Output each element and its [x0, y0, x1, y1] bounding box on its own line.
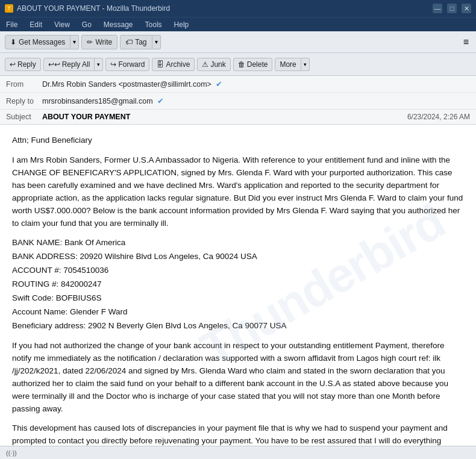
- delete-label: Delete: [247, 60, 268, 69]
- close-button[interactable]: ✕: [462, 4, 471, 13]
- menu-tools[interactable]: Tools: [143, 19, 164, 30]
- reply-all-button[interactable]: ↩↩ Reply All: [43, 58, 95, 71]
- paragraph-2: If you had not authorized the change of …: [12, 340, 464, 416]
- email-date: 6/23/2024, 2:26 AM: [407, 113, 470, 121]
- more-label: More: [280, 60, 296, 69]
- reply-all-label: Reply All: [62, 60, 90, 69]
- reply-icon: ↩: [10, 60, 16, 69]
- wifi-icon: ((·)): [6, 449, 17, 457]
- forward-icon: ↪: [110, 60, 116, 69]
- window-title: ABOUT YOUR PAYMENT - Mozilla Thunderbird: [17, 4, 170, 13]
- archive-label: Archive: [166, 60, 190, 69]
- reply-to-verified-icon: ✔: [157, 96, 164, 105]
- menu-file[interactable]: File: [4, 19, 20, 30]
- bank-name: BANK NAME: Bank Of America: [12, 237, 464, 249]
- sender-name: Dr.Mrs Robin Sanders: [42, 80, 116, 89]
- reply-to-value: mrsrobinsanders185@gmail.com ✔: [42, 96, 470, 105]
- menu-view[interactable]: View: [52, 19, 72, 30]
- junk-button[interactable]: ⚠ Junk: [197, 58, 230, 71]
- tag-label: Tag: [135, 38, 146, 46]
- reply-button[interactable]: ↩ Reply: [5, 58, 41, 71]
- write-icon: ✏: [87, 38, 93, 46]
- reply-label: Reply: [17, 60, 36, 69]
- tag-button[interactable]: 🏷 Tag: [120, 35, 152, 49]
- greeting: Attn; Fund Beneficiary: [12, 134, 464, 147]
- title-bar: T ABOUT YOUR PAYMENT - Mozilla Thunderbi…: [0, 0, 476, 17]
- reply-all-group: ↩↩ Reply All ▾: [43, 58, 104, 71]
- forward-label: Forward: [118, 60, 145, 69]
- get-messages-dropdown[interactable]: ▾: [70, 35, 79, 49]
- verified-icon: ✔: [216, 80, 222, 89]
- more-dropdown[interactable]: ▾: [301, 58, 310, 71]
- email-body: Thunderbird Attn; Fund Beneficiary I am …: [0, 125, 476, 446]
- junk-icon: ⚠: [202, 60, 208, 69]
- from-row: From Dr.Mrs Robin Sanders <postmaster@si…: [0, 76, 476, 93]
- more-button[interactable]: More: [275, 58, 301, 71]
- subject-text: ABOUT YOUR PAYMENT: [42, 113, 407, 121]
- app-icon: T: [5, 4, 13, 13]
- reply-to-email: mrsrobinsanders185@gmail.com: [42, 97, 153, 105]
- reply-to-row: Reply to mrsrobinsanders185@gmail.com ✔: [0, 93, 476, 110]
- menu-message[interactable]: Message: [101, 19, 136, 30]
- from-label: From: [6, 80, 42, 89]
- write-label: Write: [95, 38, 112, 46]
- title-bar-left: T ABOUT YOUR PAYMENT - Mozilla Thunderbi…: [5, 4, 170, 13]
- menu-edit[interactable]: Edit: [27, 19, 45, 30]
- maximize-button[interactable]: □: [447, 4, 457, 13]
- forward-button[interactable]: ↪ Forward: [105, 58, 149, 71]
- reply-all-dropdown[interactable]: ▾: [95, 58, 103, 71]
- minimize-button[interactable]: —: [433, 4, 442, 13]
- swift-code: Swift Code: BOFBIUS6S: [12, 292, 464, 305]
- menu-go[interactable]: Go: [80, 19, 94, 30]
- sender-email: <postmaster@sillimlrt.com>: [118, 80, 211, 89]
- write-button[interactable]: ✏ Write: [81, 35, 117, 49]
- main-toolbar: ⬇ Get Messages ▾ ✏ Write 🏷 Tag ▾ ≡: [0, 31, 476, 53]
- reply-to-label: Reply to: [6, 97, 42, 105]
- window-controls: — □ ✕: [433, 4, 471, 13]
- get-messages-button[interactable]: ⬇ Get Messages: [5, 35, 70, 49]
- email-header: From Dr.Mrs Robin Sanders <postmaster@si…: [0, 76, 476, 125]
- account-number: ACCOUNT #: 7054510036: [12, 264, 464, 277]
- menu-bar: File Edit View Go Message Tools Help: [0, 17, 476, 31]
- reply-all-icon: ↩↩: [48, 60, 60, 69]
- archive-button[interactable]: 🗄 Archive: [152, 58, 195, 71]
- hamburger-menu[interactable]: ≡: [461, 36, 471, 49]
- tag-dropdown[interactable]: ▾: [152, 35, 161, 49]
- subject-row: Subject ABOUT YOUR PAYMENT 6/23/2024, 2:…: [0, 110, 476, 124]
- more-group: More ▾: [275, 58, 309, 71]
- status-bar: ((·)): [0, 446, 476, 459]
- tag-icon: 🏷: [125, 38, 133, 46]
- tag-group: 🏷 Tag ▾: [120, 35, 160, 49]
- paragraph-1: I am Mrs Robin Sanders, Former U.S.A Amb…: [12, 154, 464, 230]
- paragraph-3: This development has caused lots of disc…: [12, 422, 464, 446]
- delete-icon: 🗑: [238, 60, 245, 69]
- subject-label: Subject: [6, 113, 42, 121]
- get-messages-label: Get Messages: [19, 38, 65, 46]
- archive-icon: 🗄: [157, 60, 164, 69]
- junk-label: Junk: [210, 60, 225, 69]
- email-action-toolbar: ↩ Reply ↩↩ Reply All ▾ ↪ Forward 🗄 Archi…: [0, 53, 476, 76]
- routing-number: ROUTING #: 842000247: [12, 278, 464, 291]
- bank-info: BANK NAME: Bank Of America BANK ADDRESS:…: [12, 237, 464, 332]
- delete-button[interactable]: 🗑 Delete: [233, 58, 273, 71]
- account-name: Account Name: Glender F Ward: [12, 306, 464, 319]
- from-value: Dr.Mrs Robin Sanders <postmaster@silliml…: [42, 80, 470, 89]
- get-messages-icon: ⬇: [10, 38, 16, 46]
- beneficiary-address: Beneficiary address: 2902 N Beverly Glen…: [12, 320, 464, 333]
- menu-help[interactable]: Help: [172, 19, 192, 30]
- get-messages-group: ⬇ Get Messages ▾: [5, 35, 79, 49]
- bank-address: BANK ADDRESS: 20920 Wilshire Blvd Los An…: [12, 251, 464, 263]
